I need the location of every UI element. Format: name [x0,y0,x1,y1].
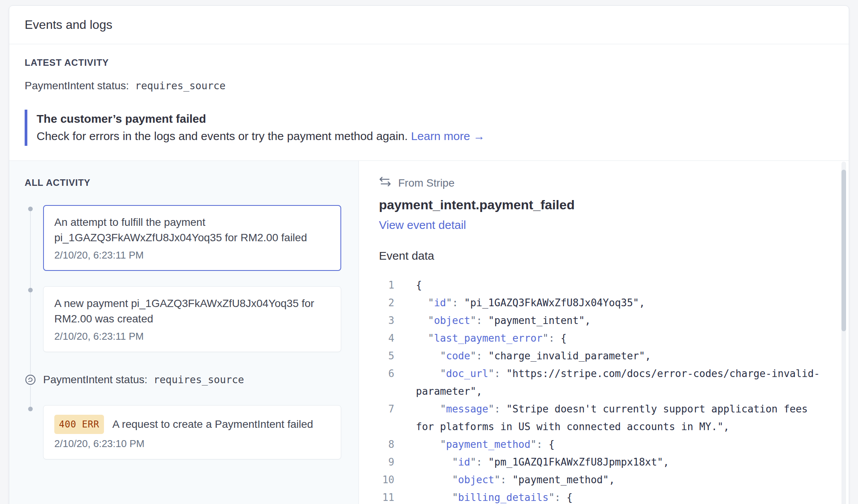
events-and-logs-panel: Events and logs LATEST ACTIVITY PaymentI… [9,5,849,504]
code-line-text: { [416,276,823,294]
timeline-item: A new payment pi_1GAZQ3FkAWxZfU8Jx04Yoq3… [43,286,341,352]
code-line-number: 7 [379,400,394,436]
arrow-right-icon: → [473,130,485,142]
code-line-text: "message": "Stripe doesn't currently sup… [416,400,823,436]
alert-text: Check for errors in the logs and events … [37,130,408,142]
code-line-text: "id": "pm_1GAZQ1FkAWxZfU8Jpmpx18xt", [416,453,823,471]
code-line-number: 3 [379,312,394,329]
event-source-row: From Stripe [379,176,826,190]
code-line-text: "billing_details": { [416,489,823,504]
code-line: 7 "message": "Stripe doesn't currently s… [379,400,826,436]
code-line-number: 10 [379,471,394,489]
code-line-number: 9 [379,453,394,471]
event-timestamp: 2/10/20, 6:23:10 PM [54,438,330,450]
event-text-label: A request to create a PaymentIntent fail… [112,417,313,432]
code-line-number: 4 [379,329,394,347]
code-line-text: "payment_method": { [416,436,823,453]
code-line: 10 "object": "payment_method", [379,471,826,489]
event-source-label: From Stripe [398,177,454,189]
panel-header: Events and logs [9,6,849,44]
all-activity-heading: ALL ACTIVITY [25,177,359,188]
learn-more-link[interactable]: Learn more → [411,130,485,142]
payment-intent-status-line: PaymentIntent status: requires_source [25,78,833,93]
code-line-text: "id": "pi_1GAZQ3FkAWxZfU8Jx04Yoq35", [416,294,823,312]
code-line-number: 6 [379,365,394,400]
code-line: 8 "payment_method": { [379,436,826,453]
timeline-item: An attempt to fulfill the payment pi_1GA… [43,205,341,271]
code-line-number: 2 [379,294,394,312]
code-line: 9 "id": "pm_1GAZQ1FkAWxZfU8Jpmpx18xt", [379,453,826,471]
alert-body: Check for errors in the logs and events … [37,127,833,145]
activity-card-payment-failed[interactable]: An attempt to fulfill the payment pi_1GA… [43,205,341,271]
timeline-dot [28,288,33,292]
code-line: 11 "billing_details": { [379,489,826,504]
latest-activity-section: LATEST ACTIVITY PaymentIntent status: re… [9,44,849,146]
timeline-item: 400 ERR A request to create a PaymentInt… [43,405,341,459]
view-event-detail-link[interactable]: View event detail [379,219,466,232]
event-text: 400 ERR A request to create a PaymentInt… [54,415,330,434]
activity-card-payment-created[interactable]: A new payment pi_1GAZQ3FkAWxZfU8Jx04Yoq3… [43,286,341,352]
swap-arrows-icon [379,176,391,190]
event-data-heading: Event data [379,249,826,262]
code-line-number: 1 [379,276,394,294]
code-line-text: "last_payment_error": { [416,329,823,347]
status-change-row: PaymentIntent status: requires_source [43,374,341,386]
code-line: 4 "last_payment_error": { [379,329,826,347]
status-label: PaymentIntent status: [43,374,147,386]
status-value: requires_source [154,374,244,386]
event-data-code: 1{2 "id": "pi_1GAZQ3FkAWxZfU8Jx04Yoq35",… [379,276,826,504]
code-line: 2 "id": "pi_1GAZQ3FkAWxZfU8Jx04Yoq35", [379,294,826,312]
timeline-dot [28,207,33,211]
payment-failed-alert: The customer’s payment failed Check for … [25,110,833,146]
code-line: 5 "code": "charge_invalid_parameter", [379,347,826,365]
activity-card-request-failed[interactable]: 400 ERR A request to create a PaymentInt… [43,405,341,459]
alert-title: The customer’s payment failed [37,110,833,127]
scrollbar-thumb[interactable] [841,170,846,331]
event-type-title: payment_intent.payment_failed [379,197,826,212]
event-timestamp: 2/10/20, 6:23:11 PM [54,330,330,342]
event-detail-panel: From Stripe payment_intent.payment_faile… [359,161,849,504]
all-activity-panel: ALL ACTIVITY An attempt to fulfill the p… [9,161,359,504]
code-line-text: "code": "charge_invalid_parameter", [416,347,823,365]
status-label: PaymentIntent status: [25,78,129,93]
code-line-text: "object": "payment_method", [416,471,823,489]
page-title: Events and logs [25,18,112,32]
code-line-number: 8 [379,436,394,453]
event-timestamp: 2/10/20, 6:23:11 PM [54,249,330,261]
event-text: An attempt to fulfill the payment pi_1GA… [54,215,330,245]
code-line-number: 11 [379,489,394,504]
status-value: requires_source [135,78,226,93]
code-line: 6 "doc_url": "https://stripe.com/docs/er… [379,365,826,400]
code-line-text: "object": "payment_intent", [416,312,823,329]
timeline-dot [28,407,33,411]
status-change-icon [25,374,36,386]
latest-activity-heading: LATEST ACTIVITY [25,57,833,68]
learn-more-label: Learn more [411,130,470,142]
activity-timeline: An attempt to fulfill the payment pi_1GA… [25,205,341,459]
activity-split-view: ALL ACTIVITY An attempt to fulfill the p… [9,160,849,504]
scrollbar-track[interactable] [841,162,846,504]
http-400-error-badge: 400 ERR [54,415,104,434]
code-line-number: 5 [379,347,394,365]
code-line-text: "doc_url": "https://stripe.com/docs/erro… [416,365,823,400]
code-line: 3 "object": "payment_intent", [379,312,826,329]
code-line: 1{ [379,276,826,294]
event-text: A new payment pi_1GAZQ3FkAWxZfU8Jx04Yoq3… [54,296,330,327]
